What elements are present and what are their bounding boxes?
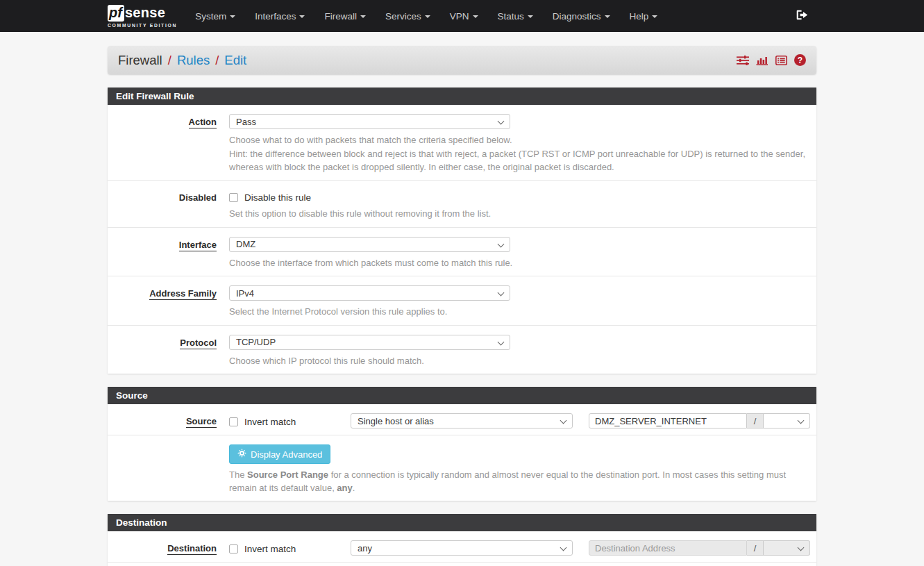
logo-pf-box: pf <box>108 5 124 22</box>
disabled-row: Disabled Disable this rule Set this opti… <box>108 181 816 227</box>
source-label: Source <box>186 416 217 428</box>
menu-vpn[interactable]: VPN <box>440 0 488 32</box>
destination-row: Destination Invert match any / <box>108 531 816 563</box>
destination-invert-checkbox[interactable] <box>229 544 238 553</box>
chevron-down-icon <box>498 338 505 345</box>
disable-rule-checkbox-label: Disable this rule <box>244 192 311 203</box>
interface-label: Interface <box>179 240 217 251</box>
chevron-down-icon <box>798 417 805 424</box>
source-port-help: The Source Port Range for a connection i… <box>229 469 809 494</box>
action-row: Action Pass Choose what to do with packe… <box>108 105 816 181</box>
caret-down-icon <box>425 15 430 18</box>
caret-down-icon <box>299 15 305 18</box>
action-help-1: Choose what to do with packets that matc… <box>229 134 809 147</box>
display-advanced-label: Display Advanced <box>251 449 322 460</box>
interface-row: Interface DMZ Choose the interface from … <box>108 228 816 276</box>
caret-down-icon <box>605 15 610 18</box>
interface-select[interactable]: DMZ <box>229 237 510 252</box>
breadcrumb-section: Firewall <box>118 53 162 68</box>
chevron-down-icon <box>498 240 505 247</box>
source-address-input[interactable] <box>589 413 747 428</box>
source-panel: Source Source Invert match Single host o… <box>108 387 816 501</box>
mask-separator: / <box>747 540 764 556</box>
destination-invert-label: Invert match <box>244 544 296 554</box>
mask-separator: / <box>747 413 764 428</box>
pfsense-logo[interactable]: pf sense COMMUNITY EDITION <box>108 5 177 28</box>
source-invert-checkbox[interactable] <box>229 417 238 426</box>
source-advanced-row: Display Advanced The Source Port Range f… <box>108 435 816 501</box>
breadcrumb-separator: / <box>168 53 171 68</box>
gear-icon <box>237 449 246 460</box>
panel-title: Source <box>108 387 816 404</box>
source-invert-line: Invert match <box>229 413 351 427</box>
action-select[interactable]: Pass <box>229 114 510 129</box>
help-icon[interactable]: ? <box>794 54 806 66</box>
menu-firewall[interactable]: Firewall <box>314 0 376 32</box>
action-help-2: Hint: the difference between block and r… <box>229 148 809 174</box>
source-row: Source Invert match Single host or alias… <box>108 404 816 435</box>
sign-out-icon <box>796 10 808 22</box>
address-family-help: Select the Internet Protocol version thi… <box>229 306 809 318</box>
caret-down-icon <box>360 15 366 18</box>
top-navbar: pf sense COMMUNITY EDITION System Interf… <box>0 0 924 32</box>
menu-help[interactable]: Help <box>620 0 668 32</box>
breadcrumb-link-rules[interactable]: Rules <box>177 53 210 68</box>
edit-firewall-rule-panel: Edit Firewall Rule Action Pass Choose wh… <box>108 88 816 374</box>
menu-services[interactable]: Services <box>376 0 440 32</box>
interface-help: Choose the interface from which packets … <box>229 257 809 269</box>
main-menu: System Interfaces Firewall Services VPN … <box>185 0 667 32</box>
destination-panel: Destination Destination Invert match any… <box>108 514 816 566</box>
panel-title: Edit Firewall Rule <box>108 88 816 105</box>
sliders-icon[interactable] <box>737 56 749 65</box>
caret-down-icon <box>473 15 478 18</box>
panel-title: Destination <box>108 514 816 531</box>
address-family-select[interactable]: IPv4 <box>229 285 510 301</box>
breadcrumb: Firewall / Rules / Edit <box>108 46 816 74</box>
menu-interfaces[interactable]: Interfaces <box>245 0 314 32</box>
chart-bar-icon[interactable] <box>756 56 768 65</box>
source-invert-label: Invert match <box>244 417 296 427</box>
disable-rule-checkbox-line: Disable this rule <box>229 190 809 203</box>
chevron-down-icon <box>798 544 805 551</box>
destination-type-select[interactable]: any <box>351 540 573 556</box>
chevron-down-icon <box>498 118 505 125</box>
caret-down-icon <box>652 15 657 18</box>
address-family-label: Address Family <box>149 288 217 300</box>
breadcrumb-link-edit[interactable]: Edit <box>224 53 246 68</box>
destination-mask-select[interactable] <box>764 540 810 556</box>
address-family-row: Address Family IPv4 Select the Internet … <box>108 276 816 325</box>
menu-status[interactable]: Status <box>488 0 543 32</box>
logout-button[interactable] <box>788 10 816 22</box>
source-mask-select[interactable] <box>764 413 810 428</box>
destination-address-input[interactable] <box>589 540 747 556</box>
disabled-help: Set this option to disable this rule wit… <box>229 208 809 220</box>
list-icon[interactable] <box>775 56 787 65</box>
menu-diagnostics[interactable]: Diagnostics <box>543 0 620 32</box>
protocol-help: Choose which IP protocol this rule shoul… <box>229 355 809 367</box>
display-advanced-button[interactable]: Display Advanced <box>229 444 330 464</box>
protocol-label: Protocol <box>180 338 217 349</box>
logo-subtitle: COMMUNITY EDITION <box>108 23 177 28</box>
caret-down-icon <box>528 15 533 18</box>
breadcrumb-separator: / <box>215 53 219 68</box>
protocol-row: Protocol TCP/UDP Choose which IP protoco… <box>108 326 816 374</box>
source-type-select[interactable]: Single host or alias <box>351 413 573 428</box>
destination-invert-line: Invert match <box>229 540 351 554</box>
disable-rule-checkbox[interactable] <box>229 193 238 202</box>
destination-port-range-row: Destination Port Range (other) From Cust… <box>108 563 816 566</box>
chevron-down-icon <box>560 417 567 424</box>
action-label: Action <box>189 117 217 128</box>
disabled-label: Disabled <box>108 190 222 220</box>
logo-sense-text: sense <box>125 5 165 21</box>
chevron-down-icon <box>498 290 505 297</box>
destination-label: Destination <box>167 543 217 555</box>
chevron-down-icon <box>560 544 567 551</box>
menu-system[interactable]: System <box>185 0 245 32</box>
protocol-select[interactable]: TCP/UDP <box>229 335 510 350</box>
caret-down-icon <box>230 15 235 18</box>
